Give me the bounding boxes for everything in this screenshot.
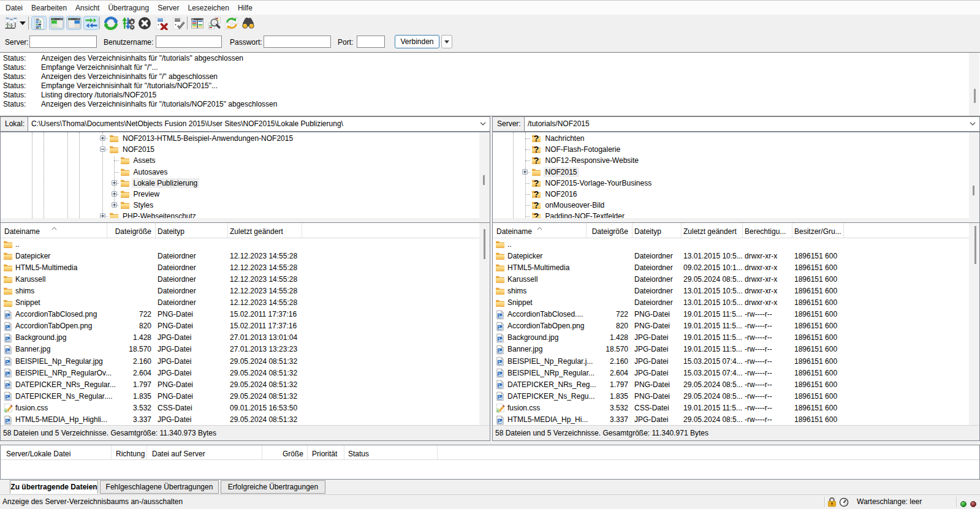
chevron-down-icon[interactable] xyxy=(970,122,976,126)
scrollbar-track[interactable] xyxy=(1,218,479,222)
column-header-type[interactable]: Dateityp xyxy=(158,225,184,238)
scrollbar-track[interactable] xyxy=(479,132,490,222)
file-row[interactable]: BEISPIEL_Np_Regular.jpg2.160JPG-Datei29.… xyxy=(1,356,479,368)
column-header-modified[interactable]: Zuletzt geändert xyxy=(683,225,737,238)
reconnect-button[interactable] xyxy=(171,16,186,31)
password-input[interactable] xyxy=(264,36,331,48)
queue-column-6[interactable]: Status xyxy=(348,448,369,460)
scrollbar-thumb[interactable] xyxy=(974,226,976,264)
menu-item-hilfe[interactable]: Hilfe xyxy=(234,1,257,15)
file-row[interactable]: HTML5-MultimediaDateiordner12.12.2023 14… xyxy=(1,262,479,274)
tree-item[interactable]: ?NOF12-Responsive-Website xyxy=(493,155,979,166)
connect-dropdown-button[interactable] xyxy=(441,35,452,48)
username-input[interactable] xyxy=(156,36,222,48)
file-row[interactable]: DATEPICKER_NRs_Reg...1.797PNG-Datei29.05… xyxy=(493,379,971,391)
tree-item[interactable]: ?NOF2016 xyxy=(493,189,979,200)
scrollbar-track[interactable] xyxy=(493,218,969,222)
menu-item-lesezeichen[interactable]: Lesezeichen xyxy=(183,1,233,15)
tree-item[interactable]: Assets xyxy=(1,155,490,166)
queue-column-4[interactable]: Größe xyxy=(264,448,304,460)
file-row[interactable]: SnippetDateiordner12.12.2023 14:55:28 xyxy=(1,297,479,309)
column-separator[interactable] xyxy=(111,445,112,459)
tree-item[interactable]: ?onMouseover-Bild xyxy=(493,200,979,211)
file-row[interactable]: HTML5-MEDIA_Hp_Hi...3.337JPG-Datei29.05.… xyxy=(493,414,971,426)
tree-expand-icon[interactable] xyxy=(522,169,528,175)
column-separator[interactable] xyxy=(843,223,844,238)
column-separator[interactable] xyxy=(632,223,632,238)
file-row[interactable]: BEISPIEL_NRp_RegularOv...2.604JPG-Datei2… xyxy=(1,368,479,379)
file-row[interactable]: fusion.css3.532CSS-Datei19.01.2015 11:5.… xyxy=(493,402,971,414)
file-row[interactable]: shimsDateiordner12.12.2023 14:55:28 xyxy=(1,285,479,297)
queue-column-5[interactable]: Priorität xyxy=(312,448,337,460)
column-separator[interactable] xyxy=(302,223,302,238)
menu-item-datei[interactable]: Datei xyxy=(1,1,27,15)
find-files-button[interactable] xyxy=(241,16,256,31)
tree-item[interactable]: Preview xyxy=(1,189,490,200)
tree-item[interactable]: ?NOF-Flash-Fotogalerie xyxy=(493,144,979,155)
toggle-transfer-queue-button[interactable] xyxy=(83,16,99,30)
toggle-message-log-button[interactable] xyxy=(31,16,47,30)
toggle-remote-tree-button[interactable] xyxy=(66,16,82,30)
tree-collapse-icon[interactable] xyxy=(100,146,105,152)
synchronized-browsing-button[interactable] xyxy=(224,16,239,31)
site-manager-button[interactable] xyxy=(2,16,17,31)
column-separator[interactable] xyxy=(344,445,344,459)
local-path-combo[interactable]: C:\Users\Thoma\Documents\NetObjects Fusi… xyxy=(28,117,490,131)
file-row[interactable]: KarussellDateiordner12.12.2023 14:55:28 xyxy=(1,274,479,285)
file-row[interactable]: Banner.jpg18.570JPG-Datei19.01.2015 11:5… xyxy=(493,344,971,355)
tree-item[interactable]: ?Nachrichten xyxy=(493,133,979,144)
disconnect-button[interactable] xyxy=(154,16,169,31)
tab-queued-files[interactable]: Zu übertragende Dateien xyxy=(10,480,98,494)
scrollbar-track[interactable] xyxy=(969,53,979,116)
remote-path-combo[interactable]: /tutorials/NOF2015 xyxy=(524,117,979,131)
column-separator[interactable] xyxy=(437,445,438,459)
tree-item[interactable]: NOF2015 xyxy=(493,167,979,178)
filter-button[interactable] xyxy=(190,16,205,31)
column-header-owner[interactable]: Besitzer/Gru... xyxy=(794,225,841,238)
column-header-size[interactable]: Dateigröße xyxy=(107,225,151,238)
queue-column-3[interactable]: Datei auf Server xyxy=(152,448,205,460)
scrollbar-thumb[interactable] xyxy=(484,229,485,259)
file-row[interactable]: DatepickerDateiordner13.01.2015 10:5...d… xyxy=(493,251,971,262)
column-separator[interactable] xyxy=(262,445,262,459)
port-input[interactable] xyxy=(357,36,385,48)
speed-gauge-icon[interactable] xyxy=(839,497,849,509)
file-row[interactable]: AccordionTabOpen.png820PNG-Datei19.01.20… xyxy=(493,320,971,332)
file-row[interactable]: HTML5-MultimediaDateiordner09.02.2015 10… xyxy=(493,262,971,274)
file-row[interactable]: AccordionTabOpen.png820PNG-Datei15.02.20… xyxy=(1,320,479,332)
menu-item-server[interactable]: Server xyxy=(153,1,183,15)
refresh-button[interactable] xyxy=(104,16,118,31)
tree-item[interactable]: NOF2013-HTML5-Beispiel-Anwendungen-NOF20… xyxy=(1,133,490,144)
site-manager-dropdown-button[interactable] xyxy=(18,16,28,31)
column-separator[interactable] xyxy=(146,445,147,459)
scrollbar-thumb[interactable] xyxy=(974,89,976,103)
column-separator[interactable] xyxy=(681,223,682,238)
file-row[interactable]: HTML5-MEDIA_Hp_Highli...3.337JPG-Datei29… xyxy=(1,414,479,426)
file-row[interactable]: fusion.css3.532CSS-Datei09.01.2015 16:53… xyxy=(1,402,479,414)
queue-column-1[interactable]: Server/Lokale Datei xyxy=(6,448,70,460)
column-separator[interactable] xyxy=(742,223,743,238)
directory-comparison-button[interactable] xyxy=(207,16,222,31)
file-row[interactable]: DATEPICKER_Ns_Regu...1.835PNG-Datei29.05… xyxy=(493,391,971,402)
column-header-name[interactable]: Dateiname xyxy=(496,225,532,238)
tree-item[interactable]: NOF2015 xyxy=(1,144,490,155)
connect-button[interactable]: Verbinden xyxy=(395,35,439,48)
file-row[interactable]: AccordionTabClosed.png722PNG-Datei15.02.… xyxy=(1,309,479,320)
column-header-type[interactable]: Dateityp xyxy=(634,225,661,238)
scrollbar-track[interactable] xyxy=(969,223,979,425)
scrollbar-track[interactable] xyxy=(479,223,490,425)
server-input[interactable] xyxy=(29,36,97,48)
file-row[interactable]: AccordionTabClosed....722PNG-Datei19.01.… xyxy=(493,309,971,320)
tree-item[interactable]: ?NOF2015-Vorlage-YourBusiness xyxy=(493,178,979,189)
column-header-modified[interactable]: Zuletzt geändert xyxy=(230,225,283,238)
tab-successful-transfers[interactable]: Erfolgreiche Übertragungen xyxy=(221,480,325,494)
scrollbar-track[interactable] xyxy=(969,132,979,222)
file-row[interactable]: .. xyxy=(493,239,971,251)
file-row[interactable]: Banner.jpg18.570JPG-Datei27.01.2013 13:2… xyxy=(1,344,479,355)
tree-expand-icon[interactable] xyxy=(112,191,117,197)
column-header-name[interactable]: Dateiname xyxy=(4,225,40,238)
menu-item-ansicht[interactable]: Ansicht xyxy=(71,1,104,15)
scrollbar-thumb[interactable] xyxy=(973,186,974,195)
file-row[interactable]: BEISPIEL_NRp_Regular...2.604JPG-Datei15.… xyxy=(493,368,971,379)
file-row[interactable]: shimsDateiordner13.01.2015 10:5...drwxr-… xyxy=(493,285,971,297)
